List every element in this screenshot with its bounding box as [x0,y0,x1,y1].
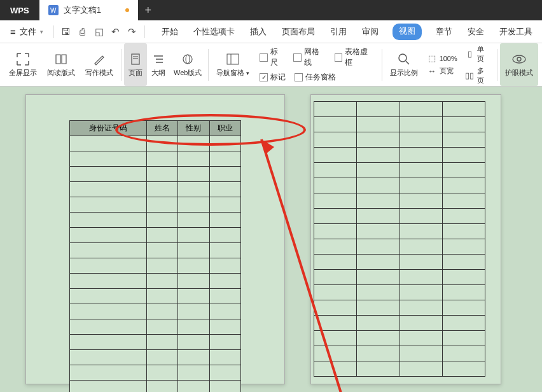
fullscreen-button[interactable]: 全屏显示 [4,43,42,86]
file-menu[interactable]: ≡ 文件 ▾ [5,24,48,40]
redo-icon[interactable]: ↷ [125,25,139,39]
table-row [314,285,485,300]
svg-rect-0 [132,54,139,64]
table-row [314,361,485,377]
table-row [314,178,485,193]
tab-review[interactable]: 审阅 [361,24,380,40]
book-icon [53,52,69,67]
chevron-down-icon: ▾ [40,29,43,35]
document-area[interactable]: 身份证号码 姓名 性别 职业 [0,87,542,392]
table-row [314,346,485,361]
table-row [314,224,485,239]
outline-button[interactable]: 大纲 [147,43,170,86]
table-row [70,335,241,350]
read-mode-button[interactable]: 阅读版式 [42,43,80,86]
svg-marker-15 [261,139,274,153]
table-row [70,304,241,319]
gridlines-checkbox[interactable]: 网格线 [293,46,325,68]
ribbon: 全屏显示 阅读版式 写作模式 页面 大纲 Web版式 导航窗格 ▾ 标尺 网格线… [0,43,542,87]
width-icon: ↔ [427,66,437,76]
file-label: 文件 [20,26,36,38]
write-mode-button[interactable]: 写作模式 [80,43,118,86]
zoom-options: ⬚100% ↔页宽 [423,50,461,80]
page-icon [128,52,143,67]
multi-page-button[interactable]: ▯▯多页 [465,66,490,85]
tab-custom[interactable]: 个性选项卡 [192,24,236,40]
zoom-icon [396,52,412,67]
table-row [314,316,485,331]
eye-mode-button[interactable]: 护眼模式 [500,43,538,86]
table-row [70,365,241,381]
print-icon[interactable]: ⎙ [76,25,90,39]
single-page-button[interactable]: ▯单页 [465,45,490,64]
table-row [314,209,485,224]
save-icon[interactable]: 🖫 [59,25,73,39]
separator [382,49,382,81]
table-border-checkbox[interactable]: 表格虚框 [335,46,374,68]
header-id[interactable]: 身份证号码 [70,121,147,136]
tab-layout[interactable]: 页面布局 [281,24,316,40]
title-bar: WPS W 文字文稿1 + [0,0,542,20]
page-view-button[interactable]: 页面 [124,43,147,86]
header-name[interactable]: 姓名 [146,121,177,136]
document-tab[interactable]: W 文字文稿1 [39,0,138,20]
tab-devtools[interactable]: 开发工具 [498,24,534,40]
header-gender[interactable]: 性别 [178,121,209,136]
hamburger-icon: ≡ [10,26,16,37]
svg-point-12 [513,55,525,63]
separator [497,49,497,81]
table-row [70,381,241,393]
tab-section[interactable]: 章节 [434,24,454,40]
table-row [314,255,485,270]
separator [121,49,122,81]
svg-line-11 [406,61,409,64]
table-row [70,274,241,289]
nav-icon [225,52,240,67]
zoom-100-button[interactable]: ⬚100% [427,53,457,64]
ratio-icon: ⬚ [427,53,437,64]
table-row [70,213,241,228]
svg-point-13 [517,57,521,61]
tab-security[interactable]: 安全 [466,24,485,40]
table-row [314,239,485,255]
table-row [314,270,485,285]
table-row [70,151,241,167]
table-row [70,289,241,304]
tab-view[interactable]: 视图 [393,24,422,40]
table-row [314,132,485,148]
svg-rect-8 [227,54,239,64]
single-icon: ▯ [465,49,475,59]
svg-point-7 [186,55,190,64]
wps-logo: WPS [0,6,39,15]
tab-insert[interactable]: 插入 [249,24,268,40]
zoom-button[interactable]: 显示比例 [385,43,423,86]
tab-start[interactable]: 开始 [160,24,179,40]
undo-icon[interactable]: ↶ [109,25,123,39]
new-tab-button[interactable]: + [138,0,158,20]
doc-icon: W [48,5,59,15]
preview-icon[interactable]: ◱ [92,25,106,39]
header-job[interactable]: 职业 [209,121,240,136]
tab-reference[interactable]: 引用 [329,24,348,40]
table-row [70,167,241,182]
data-table-2[interactable] [314,101,485,377]
table-row [314,300,485,316]
multi-icon: ▯▯ [465,71,475,81]
web-view-button[interactable]: Web版式 [170,43,205,86]
separator [53,25,54,38]
ruler-checkbox[interactable]: 标尺 [260,46,284,68]
nav-pane-button[interactable]: 导航窗格 ▾ [211,43,254,86]
page-1: 身份证号码 姓名 性别 职业 [25,94,285,384]
separator [144,25,145,38]
markup-checkbox[interactable]: ✓标记 [260,72,286,83]
table-row [314,331,485,346]
table-header-row: 身份证号码 姓名 性别 职业 [70,121,241,136]
table-row [70,182,241,197]
table-row [70,319,241,335]
page-width-button[interactable]: ↔页宽 [427,66,457,76]
eye-icon [511,52,527,67]
task-pane-checkbox[interactable]: 任务窗格 [295,72,336,83]
data-table[interactable]: 身份证号码 姓名 性别 职业 [69,120,241,392]
table-row [314,193,485,209]
page-2 [310,94,501,384]
